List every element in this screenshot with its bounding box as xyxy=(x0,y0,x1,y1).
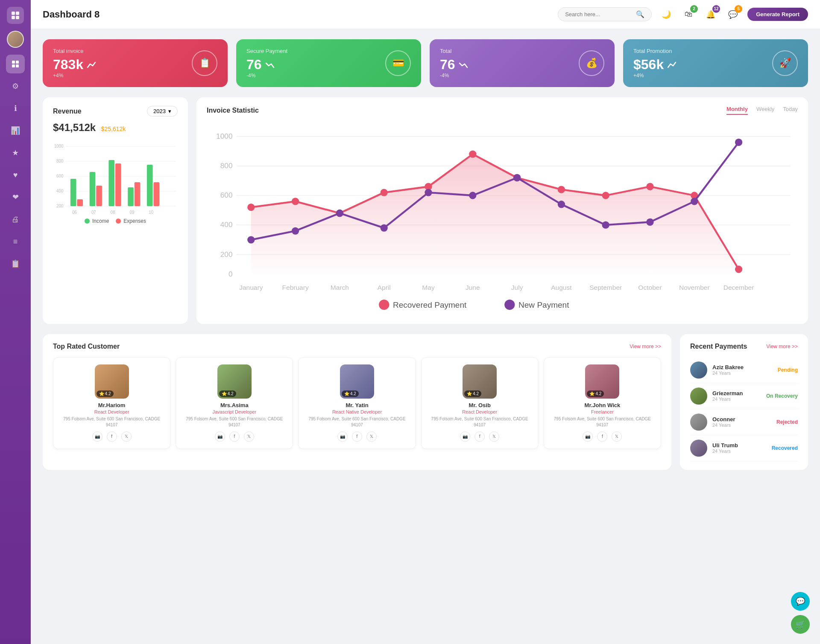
twitter-icon[interactable]: 𝕏 xyxy=(244,431,254,442)
facebook-icon[interactable]: f xyxy=(474,431,485,442)
svg-rect-25 xyxy=(135,182,141,206)
main-content: Dashboard 8 🔍 🌙 🛍 2 🔔 12 💬 5 Generate Re… xyxy=(31,0,820,644)
revenue-amount: $41,512k xyxy=(53,122,96,133)
social-icons: 📷 f 𝕏 xyxy=(59,431,165,442)
stat-card-total: Total 76 -4% 💰 xyxy=(430,39,615,87)
rating-badge: ⭐ 4.2 xyxy=(587,390,604,397)
customer-name: Mr.John Wick xyxy=(549,402,656,408)
svg-point-57 xyxy=(247,236,255,243)
rating-badge: ⭐ 4.2 xyxy=(464,390,481,397)
expense-dot xyxy=(116,219,121,224)
customer-role: React Native Developer xyxy=(304,409,410,414)
sidebar-item-settings[interactable]: ⚙ xyxy=(6,77,25,96)
instagram-icon[interactable]: 📷 xyxy=(215,431,225,442)
twitter-icon[interactable]: 𝕏 xyxy=(489,431,499,442)
generate-report-button[interactable]: Generate Report xyxy=(747,8,808,21)
tab-group: Monthly Weekly Today xyxy=(726,106,798,115)
instagram-icon[interactable]: 📷 xyxy=(583,431,593,442)
stat-info: Total Promotion $56k +4% xyxy=(633,48,676,79)
payments-view-more[interactable]: View more >> xyxy=(766,344,798,350)
rating-badge: ⭐ 4.2 xyxy=(342,390,359,397)
bar-legend: Income Expenses xyxy=(53,218,178,224)
list-item: Uli Trumb 24 Years Recovered xyxy=(690,435,798,461)
social-icons: 📷 f 𝕏 xyxy=(181,431,287,442)
header: Dashboard 8 🔍 🌙 🛍 2 🔔 12 💬 5 Generate Re… xyxy=(31,0,820,29)
invoice-title: Invoice Statistic xyxy=(207,107,259,114)
svg-rect-20 xyxy=(90,172,96,206)
svg-rect-23 xyxy=(115,163,121,206)
theme-toggle-button[interactable]: 🌙 xyxy=(659,7,674,22)
twitter-icon[interactable]: 𝕏 xyxy=(612,431,622,442)
svg-text:400: 400 xyxy=(56,189,64,193)
header-icons: 🌙 🛍 2 🔔 12 💬 5 Generate Report xyxy=(659,7,808,22)
sidebar-item-analytics[interactable]: 📊 xyxy=(6,121,25,140)
svg-text:08: 08 xyxy=(111,210,115,215)
search-icon: 🔍 xyxy=(636,10,644,18)
page-content: Total invoice 783k +4% 📋 Secure Payment … xyxy=(31,29,820,644)
facebook-icon[interactable]: f xyxy=(597,431,607,442)
facebook-icon[interactable]: f xyxy=(107,431,117,442)
tab-today[interactable]: Today xyxy=(783,106,798,115)
stat-label: Total Promotion xyxy=(633,48,676,54)
svg-text:600: 600 xyxy=(220,191,233,199)
sidebar-logo[interactable] xyxy=(7,7,24,24)
svg-text:December: December xyxy=(723,284,754,291)
revenue-header: Revenue 2023 ▾ xyxy=(53,106,178,117)
twitter-icon[interactable]: 𝕏 xyxy=(366,431,377,442)
customers-view-more[interactable]: View more >> xyxy=(630,344,661,350)
cart-fab-button[interactable]: 🛒 xyxy=(791,615,810,634)
cart-icon-button[interactable]: 🛍 2 xyxy=(681,7,696,22)
payment-status: Rejected xyxy=(776,419,798,425)
svg-point-83 xyxy=(504,300,515,310)
search-input[interactable] xyxy=(565,11,633,17)
facebook-icon[interactable]: f xyxy=(352,431,362,442)
sidebar-item-likes[interactable]: ♥ xyxy=(6,166,25,184)
revenue-secondary: $25,612k xyxy=(101,125,126,132)
sidebar-item-reports[interactable]: 📋 xyxy=(6,254,25,273)
payment-info: Oconner 24 Years xyxy=(712,416,771,428)
instagram-icon[interactable]: 📷 xyxy=(337,431,348,442)
stat-info: Total invoice 783k +4% xyxy=(53,48,96,79)
sidebar-item-print[interactable]: 🖨 xyxy=(6,210,25,229)
payment-name: Uli Trumb xyxy=(712,442,767,449)
tab-weekly[interactable]: Weekly xyxy=(756,106,774,115)
svg-point-81 xyxy=(379,300,389,310)
avatar[interactable] xyxy=(7,31,24,48)
bell-icon-button[interactable]: 🔔 12 xyxy=(703,7,718,22)
search-bar[interactable]: 🔍 xyxy=(558,7,652,21)
customer-role: React Developer xyxy=(427,409,533,414)
svg-point-64 xyxy=(558,201,565,208)
sidebar-item-dashboard[interactable] xyxy=(6,55,25,73)
tab-monthly[interactable]: Monthly xyxy=(726,106,748,115)
sidebar-item-info[interactable]: ℹ xyxy=(6,99,25,118)
svg-point-58 xyxy=(292,227,299,234)
avatar xyxy=(690,440,707,457)
instagram-icon[interactable]: 📷 xyxy=(460,431,470,442)
twitter-icon[interactable]: 𝕏 xyxy=(121,431,132,442)
stat-trend: -4% xyxy=(246,73,287,79)
svg-text:August: August xyxy=(551,284,572,291)
svg-point-53 xyxy=(602,192,609,199)
sidebar-item-menu[interactable]: ≡ xyxy=(6,232,25,251)
list-item: Aziz Bakree 24 Years Pending xyxy=(690,357,798,383)
instagram-icon[interactable]: 📷 xyxy=(92,431,102,442)
customer-name: Mr.Hariom xyxy=(59,402,165,408)
svg-rect-4 xyxy=(12,61,15,64)
facebook-icon[interactable]: f xyxy=(229,431,240,442)
svg-text:Recovered Payment: Recovered Payment xyxy=(393,300,467,309)
customers-card: Top Rated Customer View more >> ⭐ 4.2 Mr… xyxy=(43,334,671,470)
year-select[interactable]: 2023 ▾ xyxy=(147,106,178,117)
avatar xyxy=(690,361,707,379)
sidebar-item-hearts[interactable]: ❤ xyxy=(6,188,25,207)
sidebar: ⚙ ℹ 📊 ★ ♥ ❤ 🖨 ≡ 📋 xyxy=(0,0,31,644)
chat-icon-button[interactable]: 💬 5 xyxy=(725,7,741,22)
avatar: ⭐ 4.2 xyxy=(95,364,129,399)
support-fab-button[interactable]: 💬 xyxy=(791,592,810,611)
customer-address: 795 Folsom Ave, Suite 600 San Francisco,… xyxy=(59,416,165,428)
svg-text:800: 800 xyxy=(56,159,64,163)
stat-label: Total invoice xyxy=(53,48,96,54)
payment-name: Aziz Bakree xyxy=(712,364,773,370)
line-chart-container: 1000 800 600 400 200 0 xyxy=(207,122,798,315)
sidebar-item-favorites[interactable]: ★ xyxy=(6,143,25,162)
revenue-title: Revenue xyxy=(53,108,82,115)
